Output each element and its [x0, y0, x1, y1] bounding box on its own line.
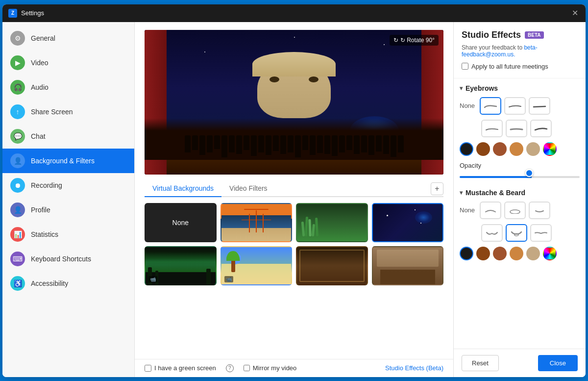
sidebar-label-accessibility: Accessibility [31, 279, 68, 287]
green-screen-label: I have a green screen [154, 364, 216, 372]
bg-video-icon-aurora: 📹 [148, 276, 157, 282]
background-filters-icon: 👤 [10, 153, 25, 168]
eyebrow-color-black[interactable] [460, 142, 473, 156]
beta-badge: BETA [525, 31, 543, 39]
mustache-section: ▾ Mustache & Beard None [460, 189, 580, 260]
backgrounds-grid: None [145, 203, 443, 242]
close-studio-button[interactable]: Close [538, 355, 578, 371]
sidebar-label-audio: Audio [31, 83, 49, 91]
sidebar-item-background-filters[interactable]: 👤 Background & Filters [2, 149, 134, 173]
general-icon: ⚙ [10, 31, 25, 46]
sidebar-item-accessibility[interactable]: ♿ Accessibility [2, 271, 134, 296]
eyebrow-shape-4 [485, 126, 499, 131]
tabs-area: Virtual Backgrounds Video Filters + [135, 175, 453, 197]
eyebrows-row1: None [460, 97, 580, 115]
mustache-option-4[interactable] [481, 224, 503, 242]
window-title: Settings [21, 9, 570, 17]
eyebrow-shape-1 [484, 103, 497, 108]
sidebar-item-chat[interactable]: 💬 Chat [2, 124, 134, 149]
video-preview-area: ↻ ↻ Rotate 90° [135, 22, 453, 175]
mustache-option-3[interactable] [529, 202, 550, 219]
studio-footer: Reset Close [454, 349, 586, 377]
mustache-color-light[interactable] [526, 247, 540, 260]
eyebrow-color-brown1[interactable] [476, 142, 490, 156]
mirror-video-checkbox[interactable] [244, 365, 250, 371]
sidebar-item-video[interactable]: ▶ Video [2, 51, 134, 75]
eyebrows-chevron: ▾ [460, 85, 463, 92]
eyebrow-option-1[interactable] [480, 97, 501, 115]
sidebar-item-keyboard-shortcuts[interactable]: ⌨ Keyboard Shortcuts [2, 247, 134, 271]
studio-effects-panel: Studio Effects BETA Share your feedback … [453, 22, 586, 377]
tabs-bar: Virtual Backgrounds Video Filters + [145, 180, 443, 197]
green-screen-checkbox[interactable] [145, 365, 151, 372]
sidebar-item-statistics[interactable]: 📊 Statistics [2, 222, 134, 247]
sidebar-item-share-screen[interactable]: ↑ Share Screen [2, 100, 134, 124]
mustache-shape-1 [484, 207, 497, 214]
studio-scroll-area[interactable]: ▾ Eyebrows None [454, 78, 586, 349]
mustache-label: Mustache & Beard [466, 189, 525, 197]
video-icon: ▶ [10, 55, 25, 70]
keyboard-shortcuts-icon: ⌨ [10, 252, 25, 266]
mustache-color-black[interactable] [460, 247, 473, 260]
opacity-label: Opacity [460, 162, 580, 169]
eyebrow-option-3[interactable] [529, 97, 550, 115]
settings-window: Z Settings ✕ ⚙ General ▶ Video 🎧 Audio ↑… [2, 4, 586, 377]
bg-item-game[interactable] [296, 246, 368, 285]
bg-item-none[interactable]: None [145, 203, 217, 242]
backgrounds-grid-row2: 📹 📹 [145, 246, 443, 285]
stage-floor [167, 160, 421, 175]
eyebrows-section-header[interactable]: ▾ Eyebrows [460, 84, 580, 92]
sidebar-item-general[interactable]: ⚙ General [2, 26, 134, 51]
rotate-button[interactable]: ↻ ↻ Rotate 90° [390, 35, 439, 46]
eyebrow-option-4[interactable] [481, 120, 503, 137]
opacity-slider-thumb[interactable] [525, 169, 533, 177]
eyebrow-option-2[interactable] [504, 97, 526, 115]
eyebrow-color-brown2[interactable] [493, 142, 507, 156]
mustache-option-6[interactable] [530, 224, 552, 242]
bg-item-aurora[interactable]: 📹 [145, 246, 217, 285]
mustache-shape-6 [534, 229, 548, 236]
mustache-color-picker[interactable] [543, 247, 557, 260]
accessibility-icon: ♿ [10, 276, 25, 291]
eyebrow-color-light[interactable] [526, 142, 540, 156]
tab-virtual-backgrounds[interactable]: Virtual Backgrounds [145, 180, 221, 197]
mustache-section-header[interactable]: ▾ Mustache & Beard [460, 189, 580, 197]
apply-all-meetings-checkbox[interactable] [462, 63, 468, 70]
eyebrow-option-6[interactable] [530, 120, 552, 137]
opacity-slider-container[interactable] [460, 172, 580, 182]
mustache-option-5[interactable] [506, 224, 527, 242]
mustache-row2 [481, 224, 580, 242]
mustache-option-2[interactable] [504, 202, 526, 219]
app-icon: Z [8, 9, 17, 18]
profile-icon: 👤 [10, 203, 25, 217]
sidebar-item-audio[interactable]: 🎧 Audio [2, 75, 134, 100]
mustache-color-brown1[interactable] [476, 247, 490, 260]
green-screen-info-icon[interactable]: ? [226, 364, 234, 372]
mustache-color-brown2[interactable] [493, 247, 507, 260]
rotate-label: ↻ Rotate 90° [400, 37, 435, 44]
eyebrow-color-tan[interactable] [510, 142, 523, 156]
add-background-button[interactable]: + [431, 182, 443, 195]
mirror-video-checkbox-label[interactable]: Mirror my video [244, 364, 297, 372]
close-window-button[interactable]: ✕ [570, 8, 580, 18]
bg-item-golden-gate[interactable] [220, 203, 293, 242]
eyebrow-option-5[interactable] [506, 120, 527, 137]
tab-video-filters[interactable]: Video Filters [221, 180, 275, 197]
reset-button[interactable]: Reset [462, 355, 499, 371]
bg-video-icon-beach: 📹 [224, 276, 233, 282]
sidebar-item-profile[interactable]: 👤 Profile [2, 198, 134, 222]
bg-item-room[interactable] [372, 246, 444, 285]
eyebrow-color-picker[interactable] [543, 142, 557, 156]
mustache-option-1[interactable] [480, 202, 501, 219]
mustache-none-label: None [460, 206, 477, 214]
apply-check-row: Apply to all future meetings [462, 63, 578, 70]
green-screen-checkbox-label[interactable]: I have a green screen [145, 364, 216, 372]
sidebar-item-recording[interactable]: ⏺ Recording [2, 173, 134, 198]
bg-item-nature[interactable] [296, 203, 368, 242]
sidebar-label-chat: Chat [31, 132, 46, 140]
studio-effects-link[interactable]: Studio Effects (Beta) [385, 364, 443, 372]
bg-item-beach[interactable]: 📹 [220, 246, 293, 285]
eyebrow-shape-6 [534, 126, 548, 131]
bg-item-space[interactable] [372, 203, 444, 242]
mustache-color-tan[interactable] [510, 247, 523, 260]
